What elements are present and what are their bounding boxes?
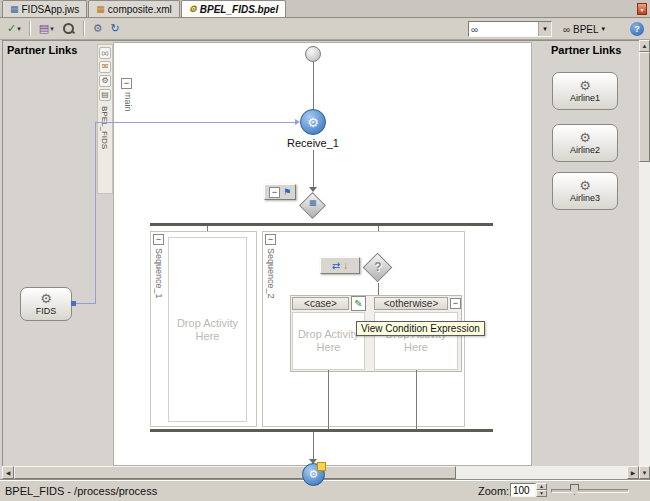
binoculars-icon: ∞ (469, 24, 480, 35)
partner-link-label: FIDS (36, 306, 57, 316)
tab-composite[interactable]: ▦ composite.xml (88, 0, 179, 17)
refresh-icon: ↻ (111, 22, 120, 35)
zoom-input[interactable] (510, 483, 536, 497)
zoom-slider-track[interactable] (551, 489, 629, 493)
tooltip: View Condition Expression (356, 321, 485, 336)
scroll-up-button[interactable]: ▲ (639, 40, 650, 52)
refresh-button[interactable]: ↻ (108, 20, 123, 38)
vertical-scrollbar-thumb[interactable] (639, 52, 650, 162)
question-icon: ? (363, 260, 393, 274)
add-otherwise-icon[interactable]: ↓ (343, 260, 348, 271)
palette-icon[interactable]: ▤ (99, 89, 111, 101)
flow-bar-bottom (150, 429, 493, 432)
flow-line (328, 370, 329, 429)
scroll-down-button[interactable]: ▼ (639, 466, 650, 479)
add-case-icon[interactable]: ⇄ (332, 260, 340, 271)
bookmark-button[interactable]: ▤ ▾ (36, 20, 57, 38)
sequence-collapse-button[interactable]: − (265, 234, 276, 245)
receive-activity[interactable]: ⚙ (300, 109, 326, 135)
warning-badge (317, 462, 326, 471)
tab-label: composite.xml (108, 4, 172, 15)
variables-icon[interactable]: (x) (99, 47, 111, 59)
horizontal-scrollbar-thumb[interactable] (14, 466, 456, 479)
otherwise-collapse-button[interactable]: − (450, 298, 461, 309)
partner-links-left-title: Partner Links (7, 44, 77, 56)
gear-icon: ⚙ (579, 180, 591, 192)
switch-mini-toolbar: ⇄ ↓ (320, 257, 360, 274)
flow-line (313, 62, 314, 109)
partner-link-airline3[interactable]: ⚙ Airline3 (552, 172, 618, 210)
tab-label: BPEL_FIDS.bpel (200, 4, 278, 15)
tab-bpel-fids[interactable]: ⚙ BPEL_FIDS.bpel (181, 0, 286, 17)
flow-line (416, 370, 417, 429)
zoom-label: Zoom: (478, 485, 509, 497)
toolbar-separator (83, 21, 85, 36)
bpel-view-label: BPEL (573, 24, 599, 35)
settings-button[interactable]: ⚙ (90, 20, 106, 38)
search-combo[interactable]: ∞ ▾ (468, 21, 552, 37)
partner-link-connector (95, 122, 96, 304)
partner-links-right-title: Partner Links (551, 44, 621, 56)
flow-line (313, 432, 314, 461)
partner-link-airline1[interactable]: ⚙ Airline1 (552, 72, 618, 110)
gear-icon: ⚙ (189, 5, 197, 14)
partner-link-label: Airline2 (570, 145, 600, 155)
combo-dropdown-button[interactable]: ▾ (538, 22, 551, 36)
check-icon: ✓ (7, 22, 16, 35)
zoom-decrease-button[interactable]: ▼ (536, 490, 547, 497)
scope-label: main (123, 92, 133, 124)
tab-label: FIDSApp.jws (22, 4, 80, 15)
flag-icon[interactable]: ⚑ (283, 187, 291, 197)
tab-bar: ▦ FIDSApp.jws ▦ composite.xml ⚙ BPEL_FID… (0, 0, 650, 18)
view-condition-button[interactable]: ✎ (351, 296, 366, 311)
chevron-down-icon: ▾ (50, 25, 54, 33)
toolbar-separator (29, 21, 31, 36)
switch-activity[interactable]: ? (363, 253, 393, 283)
flow-line (313, 150, 314, 187)
toolbar: ✓ ▾ ▤ ▾ ⚙ ↻ (0, 18, 650, 40)
app-icon: ▦ (10, 5, 19, 14)
scope-collapse-button[interactable]: − (121, 78, 132, 89)
partner-link-airline2[interactable]: ⚙ Airline2 (552, 124, 618, 162)
tab-menu-icon[interactable]: ▾ (637, 3, 647, 15)
tab-fidsapp[interactable]: ▦ FIDSApp.jws (2, 0, 87, 17)
sequence-2-label: Sequence_2 (266, 248, 276, 310)
collapse-button[interactable]: − (269, 187, 280, 198)
search-button[interactable] (59, 20, 78, 38)
process-path: BPEL_FIDS - /process/process (5, 485, 157, 497)
flow-activity[interactable]: ▦ (299, 192, 327, 220)
partner-link-label: Airline1 (570, 93, 600, 103)
partner-link-fids[interactable]: ⚙ FIDS (20, 287, 72, 321)
gear-icon: ⚙ (93, 22, 103, 35)
scroll-left-button[interactable]: ◀ (2, 466, 14, 479)
scroll-right-button[interactable]: ▶ (627, 466, 639, 479)
drop-activity-zone[interactable]: Drop Activity Here (168, 237, 247, 422)
flow-mini-toolbar: − ⚑ (264, 184, 296, 200)
drop-activity-zone[interactable]: Drop Activity Here (292, 312, 365, 370)
magnifier-icon (62, 22, 75, 35)
partner-link-connector (76, 303, 95, 304)
zoom-increase-button[interactable]: ▲ (536, 483, 547, 490)
chevron-down-icon: ▾ (602, 25, 606, 33)
chevron-down-icon: ▾ (17, 25, 21, 33)
composite-icon: ▦ (96, 5, 105, 14)
partner-link-label: Airline3 (570, 193, 600, 203)
gear-icon: ⚙ (579, 80, 591, 92)
receive-label: Receive_1 (263, 137, 363, 149)
sequence-collapse-button[interactable]: − (153, 234, 164, 245)
sequence-1-label: Sequence_1 (154, 248, 164, 310)
flow-bar-top (150, 223, 493, 226)
bpel-view-button[interactable]: ∞ BPEL ▾ (557, 21, 611, 37)
gear-icon[interactable]: ⚙ (99, 75, 111, 87)
start-node[interactable] (305, 46, 321, 62)
gear-icon: ⚙ (579, 132, 591, 144)
gear-icon: ⚙ (40, 293, 52, 305)
bookmark-icon: ▤ (39, 22, 49, 35)
search-input[interactable] (480, 23, 538, 35)
glasses-icon: ∞ (563, 24, 570, 35)
help-icon[interactable]: ? (630, 22, 644, 36)
mail-icon[interactable]: ✉ (99, 61, 111, 73)
otherwise-header[interactable]: <otherwise> (374, 297, 448, 310)
case-header[interactable]: <case> (292, 297, 349, 310)
build-button[interactable]: ✓ ▾ (4, 20, 24, 38)
